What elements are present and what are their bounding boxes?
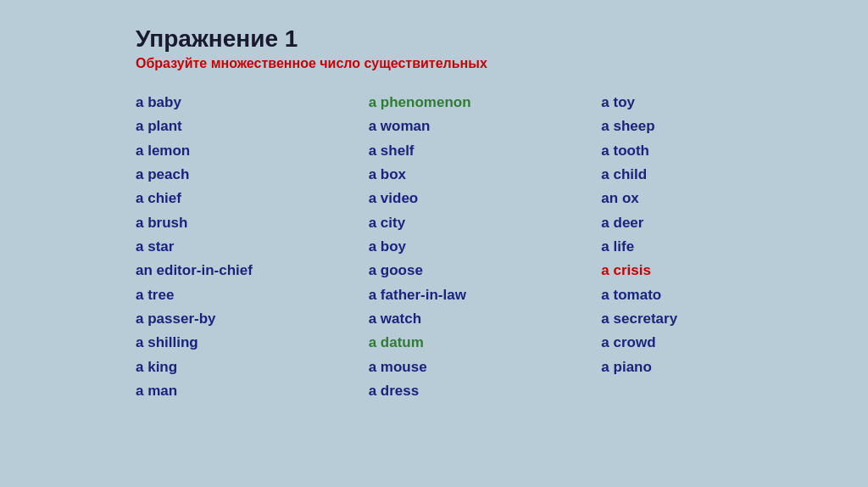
word-item: a goose <box>369 260 602 282</box>
word-item: a chief <box>136 188 369 210</box>
word-item: a piano <box>601 356 834 378</box>
word-item: a child <box>601 164 834 186</box>
word-item: a dress <box>369 380 602 402</box>
word-item: a shilling <box>136 332 369 354</box>
word-item: a tooth <box>601 140 834 162</box>
column-col3: a toya sheepa tootha childan oxa deera l… <box>601 92 834 402</box>
word-item: a mouse <box>369 356 602 378</box>
word-item: a passer-by <box>136 308 369 330</box>
word-item: a sheep <box>601 115 834 137</box>
word-item: a deer <box>601 212 834 234</box>
word-item: a city <box>369 212 602 234</box>
word-item: a datum <box>369 332 602 354</box>
word-item: a box <box>369 164 602 186</box>
word-item: a tree <box>136 284 369 306</box>
word-item: a king <box>136 356 369 378</box>
word-item: a boy <box>369 236 602 258</box>
word-item: a brush <box>136 212 369 234</box>
word-item: a watch <box>369 308 602 330</box>
word-item: a shelf <box>369 140 602 162</box>
column-col1: a babya planta lemona peacha chiefa brus… <box>136 92 369 402</box>
word-item: a man <box>136 380 369 402</box>
word-item: a father-in-law <box>369 284 602 306</box>
word-item: an editor-in-chief <box>136 260 369 282</box>
page-container: Упражнение 1 Образуйте множественное чис… <box>0 0 868 419</box>
word-item: a video <box>369 188 602 210</box>
words-grid: a babya planta lemona peacha chiefa brus… <box>136 92 834 402</box>
word-item: a secretary <box>601 308 834 330</box>
column-col2: a phenomenon a womana shelfa boxa videoa… <box>369 92 602 402</box>
word-item: a peach <box>136 164 369 186</box>
page-subtitle: Образуйте множественное число существите… <box>136 56 834 71</box>
word-item: a woman <box>369 115 602 137</box>
word-item: a lemon <box>136 140 369 162</box>
word-item: a baby <box>136 92 369 114</box>
word-item: a life <box>601 236 834 258</box>
word-item: a crisis <box>601 260 834 282</box>
page-title: Упражнение 1 <box>136 25 834 53</box>
word-item: a tomato <box>601 284 834 306</box>
word-item: a star <box>136 236 369 258</box>
word-item: a phenomenon <box>369 92 602 114</box>
word-item: a plant <box>136 115 369 137</box>
word-item: a toy <box>601 92 834 114</box>
word-item: a crowd <box>601 332 834 354</box>
word-item: an ox <box>601 188 834 210</box>
